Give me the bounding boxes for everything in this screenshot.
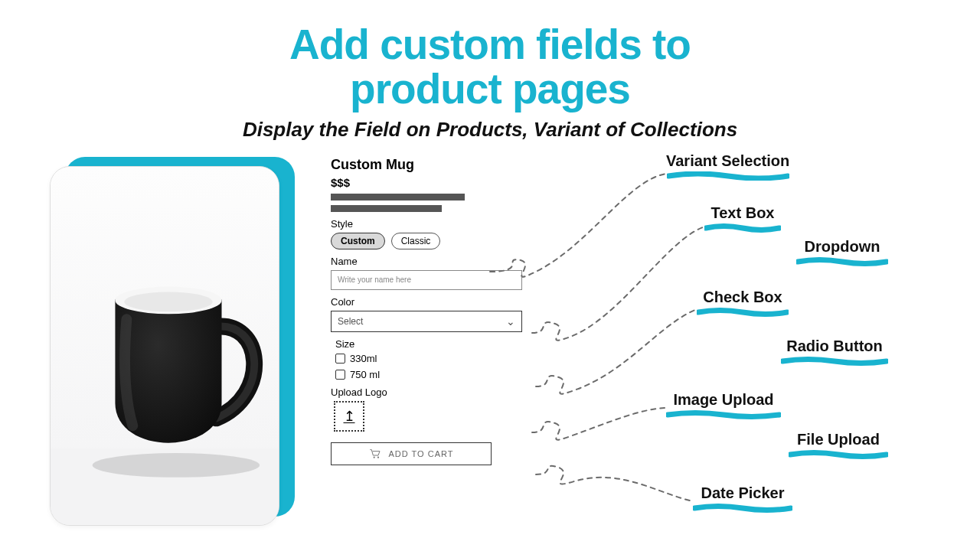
add-to-cart-button[interactable]: ADD TO CART (331, 442, 492, 465)
size-750-label: 750 ml (350, 369, 380, 380)
size-330-label: 330ml (350, 353, 377, 364)
checkbox-icon (335, 354, 345, 364)
style-label: Style (331, 218, 522, 230)
page-subtitle: Display the Field on Products, Variant o… (0, 118, 980, 142)
feature-variant-selection: Variant Selection (666, 152, 789, 181)
placeholder-bar (331, 194, 465, 201)
color-label: Color (331, 296, 522, 308)
svg-point-4 (124, 292, 212, 311)
product-form: Custom Mug $$$ Style Custom Classic Name… (331, 157, 522, 465)
size-label: Size (335, 338, 522, 350)
brush-underline-icon (667, 171, 789, 181)
add-to-cart-label: ADD TO CART (389, 449, 454, 458)
brush-underline-icon (781, 357, 888, 366)
svg-point-6 (377, 456, 378, 458)
card-image-front (50, 166, 279, 526)
title-line2: product pages (350, 65, 630, 112)
style-option-custom[interactable]: Custom (331, 233, 385, 249)
name-input[interactable]: Write your name here (331, 270, 522, 290)
brush-underline-icon (704, 223, 781, 233)
feature-file-upload: File Upload (789, 431, 888, 459)
product-title: Custom Mug (331, 157, 522, 173)
brush-underline-icon (666, 410, 781, 419)
title-line1: Add custom fields to (289, 21, 691, 68)
product-price: $$$ (331, 176, 522, 189)
brush-underline-icon (789, 450, 888, 459)
name-label: Name (331, 256, 522, 267)
size-option-330[interactable]: 330ml (335, 353, 522, 364)
feature-check-box: Check Box (697, 289, 789, 317)
cart-icon (369, 448, 381, 459)
brush-underline-icon (796, 257, 888, 266)
checkbox-icon (335, 370, 345, 380)
product-image-card (50, 161, 287, 525)
feature-text-box: Text Box (704, 204, 781, 233)
mug-illustration (51, 167, 279, 525)
upload-icon: ↥ (344, 408, 355, 425)
brush-underline-icon (697, 308, 789, 317)
size-option-750[interactable]: 750 ml (335, 369, 522, 380)
name-placeholder: Write your name here (338, 276, 411, 284)
svg-point-2 (93, 453, 260, 478)
feature-dropdown: Dropdown (796, 238, 888, 266)
feature-radio-button: Radio Button (781, 337, 888, 366)
upload-label: Upload Logo (331, 386, 522, 398)
style-option-classic[interactable]: Classic (391, 233, 441, 249)
chevron-down-icon: ⌄ (506, 315, 515, 328)
color-placeholder: Select (338, 316, 363, 327)
upload-logo-button[interactable]: ↥ (334, 401, 364, 432)
style-option-group: Custom Classic (331, 233, 522, 249)
page-title: Add custom fields to product pages (0, 23, 980, 112)
color-select[interactable]: Select ⌄ (331, 311, 522, 332)
svg-point-5 (373, 456, 374, 458)
feature-date-picker: Date Picker (693, 484, 792, 513)
placeholder-bar (331, 205, 442, 212)
brush-underline-icon (693, 504, 792, 513)
feature-image-upload: Image Upload (666, 391, 781, 419)
